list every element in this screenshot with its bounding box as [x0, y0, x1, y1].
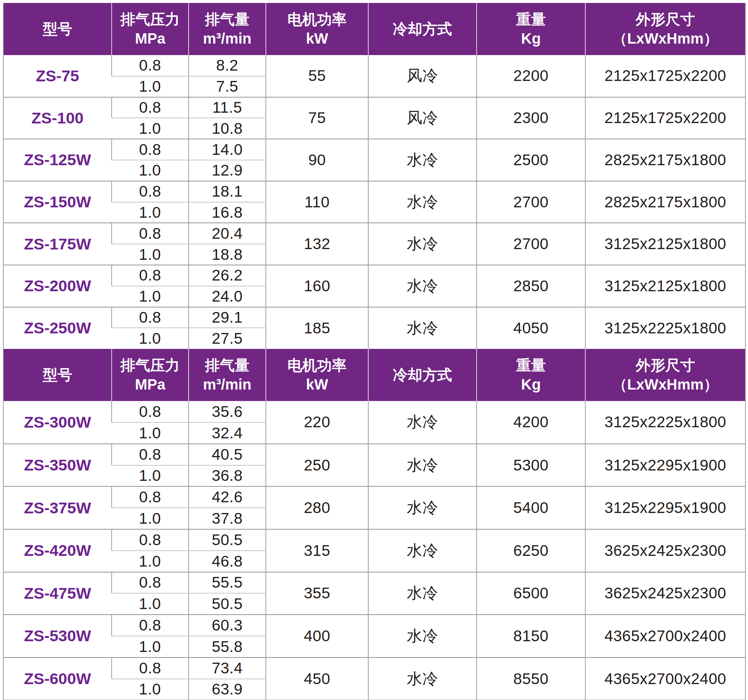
table-row: ZS-750.88.255风冷22002125x1725x2200	[3, 55, 745, 76]
spec-table: 型号排气压力 MPa排气量 m³/min电机功率 kW冷却方式重量 Kg外形尺寸…	[3, 3, 746, 700]
model-cell: ZS-300W	[3, 401, 112, 444]
pressure-cell: 1.0	[112, 76, 189, 97]
column-header: 冷却方式	[368, 349, 477, 401]
power-cell: 250	[266, 444, 368, 487]
cooling-cell: 水冷	[368, 265, 477, 307]
pressure-cell: 1.0	[112, 636, 189, 657]
power-cell: 90	[266, 139, 368, 181]
cooling-cell: 水冷	[368, 529, 477, 572]
weight-cell: 6500	[477, 572, 585, 615]
model-cell: ZS-75	[3, 55, 112, 97]
table-row: ZS-600W0.873.4450水冷85504365x2700x2400	[3, 657, 745, 679]
weight-cell: 2700	[477, 181, 585, 223]
dims-cell: 3125x2125x1800	[585, 223, 745, 265]
flow-cell: 24.0	[189, 286, 266, 307]
power-cell: 355	[266, 572, 368, 615]
flow-cell: 12.9	[189, 160, 266, 181]
weight-cell: 2500	[477, 139, 585, 181]
column-header: 排气压力 MPa	[112, 3, 189, 55]
cooling-cell: 水冷	[368, 444, 477, 487]
pressure-cell: 0.8	[112, 615, 189, 636]
flow-cell: 11.5	[189, 97, 266, 118]
cooling-cell: 水冷	[368, 181, 477, 223]
flow-cell: 16.8	[189, 202, 266, 223]
dims-cell: 3125x2295x1900	[585, 486, 745, 529]
power-cell: 220	[266, 401, 368, 444]
pressure-cell: 1.0	[112, 465, 189, 487]
table-row: ZS-475W0.855.5355水冷65003625x2425x2300	[3, 572, 745, 594]
weight-cell: 4050	[477, 307, 585, 349]
pressure-cell: 0.8	[112, 307, 189, 328]
model-cell: ZS-530W	[3, 615, 112, 657]
model-cell: ZS-475W	[3, 572, 112, 615]
section-header-row: 型号排气压力 MPa排气量 m³/min电机功率 kW冷却方式重量 Kg外形尺寸…	[3, 349, 745, 401]
power-cell: 132	[266, 223, 368, 265]
cooling-cell: 水冷	[368, 657, 477, 700]
power-cell: 400	[266, 615, 368, 657]
cooling-cell: 水冷	[368, 139, 477, 181]
power-cell: 315	[266, 529, 368, 572]
flow-cell: 7.5	[189, 76, 266, 97]
column-header: 型号	[3, 349, 112, 401]
flow-cell: 29.1	[189, 307, 266, 328]
pressure-cell: 0.8	[112, 265, 189, 286]
table-row: ZS-375W0.842.6280水冷54003125x2295x1900	[3, 486, 745, 508]
pressure-cell: 0.8	[112, 572, 189, 594]
model-cell: ZS-420W	[3, 529, 112, 572]
weight-cell: 8150	[477, 615, 585, 657]
power-cell: 185	[266, 307, 368, 349]
cooling-cell: 水冷	[368, 223, 477, 265]
dims-cell: 4365x2700x2400	[585, 615, 745, 657]
pressure-cell: 1.0	[112, 422, 189, 444]
column-header: 排气量 m³/min	[189, 3, 266, 55]
cooling-cell: 风冷	[368, 55, 477, 97]
column-header: 外形尺寸 （LxWxHmm）	[585, 349, 745, 401]
dims-cell: 3125x2225x1800	[585, 307, 745, 349]
flow-cell: 35.6	[189, 401, 266, 422]
dims-cell: 3125x2295x1900	[585, 444, 745, 487]
column-header: 电机功率 kW	[266, 349, 368, 401]
dims-cell: 2825x2175x1800	[585, 181, 745, 223]
power-cell: 75	[266, 97, 368, 139]
power-cell: 160	[266, 265, 368, 307]
cooling-cell: 水冷	[368, 615, 477, 657]
dims-cell: 3625x2425x2300	[585, 572, 745, 615]
pressure-cell: 0.8	[112, 97, 189, 118]
flow-cell: 36.8	[189, 465, 266, 487]
flow-cell: 26.2	[189, 265, 266, 286]
power-cell: 280	[266, 486, 368, 529]
weight-cell: 6250	[477, 529, 585, 572]
pressure-cell: 0.8	[112, 55, 189, 76]
flow-cell: 55.8	[189, 636, 266, 657]
column-header: 排气量 m³/min	[189, 349, 266, 401]
model-cell: ZS-175W	[3, 223, 112, 265]
pressure-cell: 1.0	[112, 118, 189, 139]
table-row: ZS-250W0.829.1185水冷40503125x2225x1800	[3, 307, 745, 328]
flow-cell: 60.3	[189, 615, 266, 636]
weight-cell: 2850	[477, 265, 585, 307]
table-row: ZS-200W0.826.2160水冷28503125x2125x1800	[3, 265, 745, 286]
pressure-cell: 1.0	[112, 160, 189, 181]
cooling-cell: 风冷	[368, 97, 477, 139]
pressure-cell: 1.0	[112, 551, 189, 572]
model-cell: ZS-150W	[3, 181, 112, 223]
cooling-cell: 水冷	[368, 401, 477, 444]
column-header: 型号	[3, 3, 112, 55]
weight-cell: 5300	[477, 444, 585, 487]
weight-cell: 8550	[477, 657, 585, 700]
power-cell: 110	[266, 181, 368, 223]
pressure-cell: 0.8	[112, 486, 189, 508]
table-row: ZS-150W0.818.1110水冷27002825x2175x1800	[3, 181, 745, 202]
model-cell: ZS-250W	[3, 307, 112, 349]
dims-cell: 3625x2425x2300	[585, 529, 745, 572]
model-cell: ZS-350W	[3, 444, 112, 487]
table-row: ZS-175W0.820.4132水冷27003125x2125x1800	[3, 223, 745, 244]
weight-cell: 2200	[477, 55, 585, 97]
pressure-cell: 1.0	[112, 508, 189, 529]
dims-cell: 3125x2225x1800	[585, 401, 745, 444]
flow-cell: 55.5	[189, 572, 266, 594]
column-header: 电机功率 kW	[266, 3, 368, 55]
column-header: 冷却方式	[368, 3, 477, 55]
dims-cell: 2825x2175x1800	[585, 139, 745, 181]
weight-cell: 2700	[477, 223, 585, 265]
